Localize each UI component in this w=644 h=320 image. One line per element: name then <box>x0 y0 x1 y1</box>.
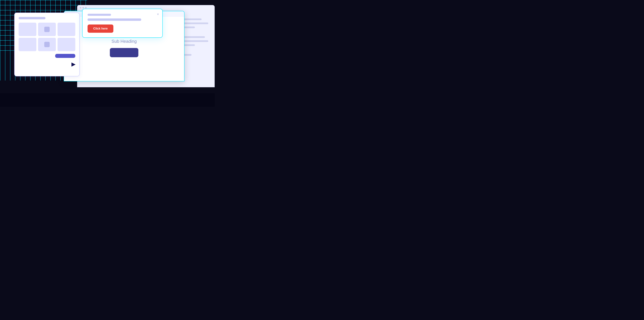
popup-close-button[interactable]: × <box>157 12 159 17</box>
wf-bottom-bar: ▶ <box>18 54 75 58</box>
wf-title-bar <box>18 17 46 19</box>
click-here-button[interactable]: Click here <box>88 25 113 33</box>
cursor-icon: ▶ <box>72 61 76 67</box>
sub-heading: Sub Heading <box>112 39 137 44</box>
wf-grid-row-2 <box>18 38 75 51</box>
bg-dot-1 <box>80 7 81 9</box>
wf-cell-inner-5 <box>44 42 50 47</box>
bg-dot-2 <box>82 7 84 9</box>
popup-title-bar <box>88 14 111 16</box>
wf-cell-2 <box>38 23 56 36</box>
wf-cell-inner-2 <box>44 27 50 32</box>
wireframe-button[interactable] <box>55 54 75 58</box>
popup-modal: × Click here <box>82 9 163 38</box>
popup-subtitle-bar <box>88 19 141 21</box>
main-cta-button[interactable] <box>110 48 138 57</box>
wf-grid-row-1 <box>18 23 75 36</box>
wireframe-card: ▶ <box>14 13 80 76</box>
wf-cell-3 <box>58 23 75 36</box>
wf-cell-1 <box>18 23 36 36</box>
bg-dot-3 <box>85 7 87 9</box>
bottom-band <box>0 93 215 107</box>
wf-cell-6 <box>58 38 75 51</box>
wf-cell-5 <box>38 38 56 51</box>
wf-cell-4 <box>18 38 36 51</box>
